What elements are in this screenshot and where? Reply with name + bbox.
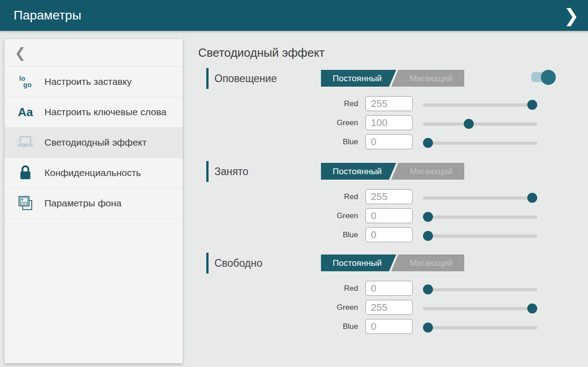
section-busy: Занято Постоянный Мигающий Red Green (198, 161, 588, 252)
back-chevron-icon: ❮ (15, 45, 26, 61)
slider-thumb[interactable] (423, 323, 433, 333)
channel-label: Blue (289, 134, 358, 150)
sidebar-item-label: Настроить ключевые слова (39, 101, 182, 123)
slider-thumb[interactable] (464, 119, 474, 129)
section-accent-bar (206, 253, 209, 274)
mode-blinking-label: Мигающий (398, 163, 464, 180)
channel-row-green: Green (198, 300, 588, 315)
channel-slider[interactable] (423, 193, 537, 203)
settings-sidebar: ❮ lo go Настроить заставку Aa Настроить … (5, 39, 183, 363)
channel-slider[interactable] (423, 303, 537, 313)
slider-thumb[interactable] (423, 284, 433, 294)
slider-track (423, 307, 537, 310)
channel-slider[interactable] (423, 100, 537, 110)
mode-blinking-label: Мигающий (398, 254, 464, 271)
channel-label: Blue (289, 319, 358, 334)
mode-constant-label: Постоянный (321, 254, 394, 271)
section-notification: Оповещение Постоянный Мигающий Red Green (198, 68, 588, 159)
led-effect-panel: Светодиодный эффект Оповещение Постоянны… (198, 31, 588, 367)
power-toggle[interactable] (531, 72, 557, 88)
channel-label: Red (289, 96, 358, 112)
channel-row-red: Red (198, 281, 588, 296)
sidebar-back-button[interactable]: ❮ (5, 39, 183, 67)
section-accent-bar (206, 68, 209, 89)
channel-label: Green (289, 208, 358, 224)
channel-value-input[interactable] (365, 189, 413, 204)
page-title: Параметры (0, 8, 81, 23)
slider-track (423, 122, 537, 126)
slider-thumb[interactable] (527, 100, 537, 110)
forward-chevron-icon[interactable]: ❯ (564, 0, 588, 31)
mode-segmented-control[interactable]: Постоянный Мигающий (321, 163, 464, 180)
channel-slider[interactable] (423, 138, 537, 148)
app-header: Параметры ❯ (0, 0, 588, 31)
channel-slider[interactable] (423, 212, 537, 222)
keywords-icon: Aa (12, 105, 39, 119)
section-accent-bar (206, 161, 209, 182)
slider-thumb[interactable] (527, 193, 537, 203)
slider-thumb[interactable] (423, 231, 433, 241)
sidebar-item-screensaver[interactable]: lo go Настроить заставку (5, 67, 183, 97)
channel-row-red: Red (198, 189, 588, 205)
channel-value-input[interactable] (365, 115, 413, 130)
channel-value-input[interactable] (365, 300, 413, 315)
channel-row-blue: Blue (198, 227, 588, 243)
slider-track (423, 142, 537, 145)
sidebar-item-label: Настроить заставку (39, 70, 147, 93)
section-name: Свободно (214, 253, 262, 274)
mode-constant-label: Постоянный (321, 70, 394, 87)
channel-slider[interactable] (423, 284, 537, 294)
mode-segmented-control[interactable]: Постоянный Мигающий (321, 254, 464, 271)
slider-track (423, 326, 537, 329)
mode-constant-label: Постоянный (321, 163, 394, 180)
mode-blinking-label: Мигающий (398, 70, 464, 87)
channel-slider[interactable] (423, 323, 537, 333)
slider-thumb[interactable] (527, 303, 537, 313)
channel-row-green: Green (198, 115, 588, 131)
sidebar-item-label: Конфиденциальность (39, 161, 156, 184)
sidebar-item-privacy[interactable]: Конфиденциальность (5, 158, 183, 188)
section-name: Занято (214, 161, 248, 182)
lock-icon (12, 164, 39, 181)
channel-value-input[interactable] (365, 96, 413, 111)
slider-thumb[interactable] (423, 138, 433, 148)
channel-row-blue: Blue (198, 134, 588, 150)
logo-icon: lo go (12, 75, 39, 88)
sidebar-item-background[interactable]: Параметры фона (5, 188, 183, 219)
sidebar-item-label: Светодиодный эффект (39, 131, 162, 154)
toggle-thumb[interactable] (541, 70, 556, 85)
channel-row-blue: Blue (198, 319, 588, 334)
section-free: Свободно Постоянный Мигающий Red Green (198, 253, 588, 343)
channel-value-input[interactable] (365, 281, 413, 296)
channel-label: Red (289, 281, 358, 296)
channel-value-input[interactable] (365, 319, 413, 334)
channel-row-red: Red (198, 96, 588, 112)
channel-slider[interactable] (423, 231, 537, 241)
slider-track (423, 215, 537, 219)
channel-value-input[interactable] (365, 208, 413, 223)
sidebar-item-label: Параметры фона (39, 192, 137, 215)
channel-label: Green (289, 300, 358, 315)
led-screen-icon (12, 134, 39, 151)
channel-label: Red (289, 189, 358, 205)
slider-track (423, 103, 537, 107)
slider-track (423, 196, 537, 200)
panel-title: Светодиодный эффект (198, 46, 325, 60)
sidebar-item-led-effect[interactable]: Светодиодный эффект (5, 127, 183, 158)
slider-track (423, 288, 537, 291)
section-name: Оповещение (214, 68, 277, 89)
slider-thumb[interactable] (423, 212, 433, 222)
channel-label: Green (289, 115, 358, 131)
channel-value-input[interactable] (365, 134, 413, 149)
channel-value-input[interactable] (365, 227, 413, 242)
channel-row-green: Green (198, 208, 588, 224)
channel-slider[interactable] (423, 119, 537, 129)
sidebar-item-keywords[interactable]: Aa Настроить ключевые слова (5, 97, 183, 127)
images-icon (12, 195, 39, 212)
channel-label: Blue (289, 227, 358, 243)
mode-segmented-control[interactable]: Постоянный Мигающий (321, 70, 464, 87)
slider-track (423, 235, 537, 238)
